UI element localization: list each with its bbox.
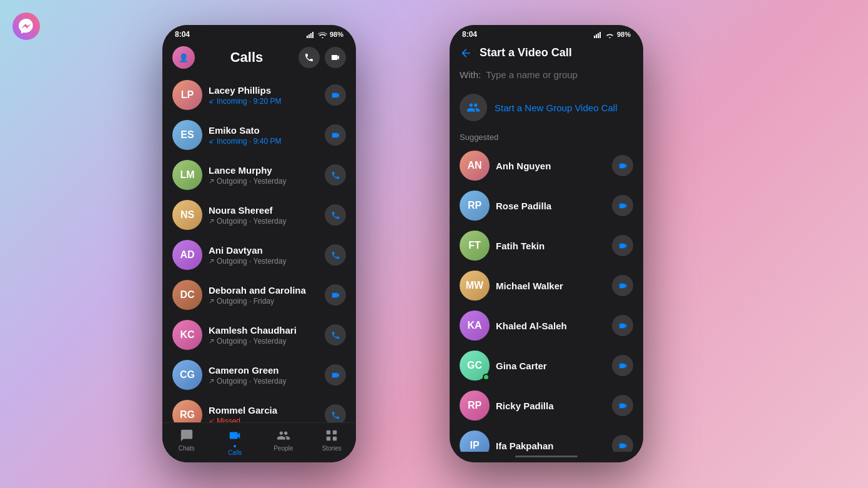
suggested-avatar: RP	[460, 191, 490, 221]
call-info: Noura Shereef Outgoing · Yesterday	[209, 205, 318, 226]
call-detail: Outgoing · Yesterday	[209, 217, 318, 226]
suggested-info: Anh Nguyen	[496, 161, 606, 171]
back-button[interactable]	[460, 47, 472, 59]
bottom-handle	[450, 452, 643, 462]
suggested-video-button[interactable]	[612, 235, 633, 256]
suggested-video-button[interactable]	[612, 155, 633, 176]
suggested-name: Rose Padilla	[496, 201, 606, 211]
call-name: Emiko Sato	[209, 125, 318, 136]
suggested-video-button[interactable]	[612, 395, 633, 416]
call-action-button[interactable]	[325, 164, 346, 186]
call-avatar: KC	[172, 320, 202, 350]
call-detail: Outgoing · Yesterday	[209, 257, 318, 266]
phone-left-screen: 8:04 98% 👤 Calls	[162, 25, 356, 462]
call-detail: Outgoing · Yesterday	[209, 377, 318, 386]
phone-call-button[interactable]	[298, 47, 320, 68]
call-item[interactable]: RG Rommel Garcia Missed	[162, 395, 356, 422]
call-info: Lance Murphy Outgoing · Yesterday	[209, 165, 318, 186]
nav-item-chats[interactable]: Chats	[162, 428, 211, 456]
call-info: Emiko Sato Incoming · 9:40 PM	[209, 125, 318, 146]
user-avatar[interactable]: 👤	[172, 46, 195, 69]
call-info: Lacey Phillips Incoming · 9:20 PM	[209, 85, 318, 106]
search-with-input[interactable]	[486, 69, 633, 80]
suggested-avatar-wrap: RP	[460, 191, 490, 221]
suggested-video-button[interactable]	[612, 315, 633, 336]
suggested-item[interactable]: RP Ricky Padilla	[450, 386, 643, 426]
status-icons-right: 98%	[594, 31, 631, 38]
call-action-button[interactable]	[325, 244, 346, 266]
call-action-button[interactable]	[325, 324, 346, 346]
call-action-button[interactable]	[325, 364, 346, 386]
suggested-name: Anh Nguyen	[496, 161, 606, 171]
call-info: Ani Davtyan Outgoing · Yesterday	[209, 245, 318, 266]
call-detail-text: Outgoing · Yesterday	[217, 177, 286, 186]
suggested-list: AN Anh Nguyen RP Rose Padilla FT Fatih T…	[450, 146, 643, 452]
suggested-name: Khaled Al-Saleh	[496, 321, 606, 331]
call-list: LP Lacey Phillips Incoming · 9:20 PM ES …	[162, 75, 356, 422]
call-item[interactable]: NS Noura Shereef Outgoing · Yesterday	[162, 195, 356, 235]
video-call-title: Start a Video Call	[480, 46, 572, 59]
call-item[interactable]: CG Cameron Green Outgoing · Yesterday	[162, 355, 356, 395]
nav-item-stories[interactable]: Stories	[308, 428, 357, 456]
nav-label-calls: Calls	[228, 449, 242, 456]
suggested-video-button[interactable]	[612, 355, 633, 376]
suggested-video-button[interactable]	[612, 435, 633, 452]
suggested-item[interactable]: GC Gina Carter	[450, 346, 643, 386]
call-item[interactable]: LP Lacey Phillips Incoming · 9:20 PM	[162, 75, 356, 115]
suggested-item[interactable]: AN Anh Nguyen	[450, 146, 643, 186]
suggested-avatar-wrap: RP	[460, 391, 490, 421]
call-action-button[interactable]	[325, 204, 346, 226]
call-action-button[interactable]	[325, 284, 346, 306]
call-action-button[interactable]	[325, 84, 346, 106]
nav-item-people[interactable]: People	[259, 428, 308, 456]
call-detail-text: Missed	[217, 417, 240, 423]
call-info: Kamlesh Chaudhari Outgoing · Yesterday	[209, 325, 318, 346]
call-item[interactable]: AD Ani Davtyan Outgoing · Yesterday	[162, 235, 356, 275]
svg-rect-5	[327, 431, 330, 434]
suggested-avatar: KA	[460, 311, 490, 341]
svg-rect-1	[307, 36, 308, 38]
call-action-button[interactable]	[325, 124, 346, 146]
call-detail: Outgoing · Yesterday	[209, 177, 318, 186]
svg-rect-11	[598, 33, 599, 38]
nav-item-calls[interactable]: Calls	[211, 428, 260, 456]
video-call-button[interactable]	[325, 47, 346, 68]
call-item[interactable]: ES Emiko Sato Incoming · 9:40 PM	[162, 115, 356, 155]
suggested-video-button[interactable]	[612, 275, 633, 296]
call-name: Rommel Garcia	[209, 405, 318, 416]
suggested-info: Ifa Pakpahan	[496, 441, 606, 451]
search-with-label: With:	[460, 69, 481, 80]
suggested-item[interactable]: KA Khaled Al-Saleh	[450, 306, 643, 346]
svg-rect-6	[333, 431, 337, 434]
svg-rect-4	[312, 32, 313, 38]
call-item[interactable]: KC Kamlesh Chaudhari Outgoing · Yesterda…	[162, 315, 356, 355]
call-detail: Missed	[209, 417, 318, 423]
call-detail-text: Outgoing · Friday	[217, 297, 274, 306]
suggested-item[interactable]: MW Michael Walker	[450, 266, 643, 306]
call-item[interactable]: LM Lance Murphy Outgoing · Yesterday	[162, 155, 356, 195]
call-detail: Outgoing · Yesterday	[209, 337, 318, 346]
suggested-avatar-wrap: AN	[460, 151, 490, 181]
new-group-row[interactable]: Start a New Group Video Call	[450, 86, 643, 129]
call-name: Cameron Green	[209, 365, 318, 376]
call-avatar: LP	[172, 80, 202, 110]
nav-label-chats: Chats	[179, 445, 195, 452]
suggested-video-button[interactable]	[612, 195, 633, 216]
video-call-header: Start a Video Call	[450, 41, 643, 66]
suggested-avatar-wrap: KA	[460, 311, 490, 341]
call-name: Deborah and Carolina	[209, 285, 318, 296]
suggested-item[interactable]: IP Ifa Pakpahan	[450, 426, 643, 452]
suggested-info: Michael Walker	[496, 281, 606, 291]
suggested-name: Gina Carter	[496, 361, 606, 371]
svg-rect-12	[599, 32, 601, 38]
call-detail-text: Incoming · 9:40 PM	[217, 137, 281, 146]
status-time-left: 8:04	[175, 30, 190, 39]
call-item[interactable]: DC Deborah and Carolina Outgoing · Frida…	[162, 275, 356, 315]
suggested-item[interactable]: RP Rose Padilla	[450, 186, 643, 226]
call-info: Cameron Green Outgoing · Yesterday	[209, 365, 318, 386]
call-avatar: CG	[172, 360, 202, 390]
battery-left: 98%	[330, 31, 343, 38]
call-action-button[interactable]	[325, 404, 346, 422]
suggested-item[interactable]: FT Fatih Tekin	[450, 226, 643, 266]
phone-right: 8:04 98% Start a Video Call With: Start …	[450, 25, 643, 462]
